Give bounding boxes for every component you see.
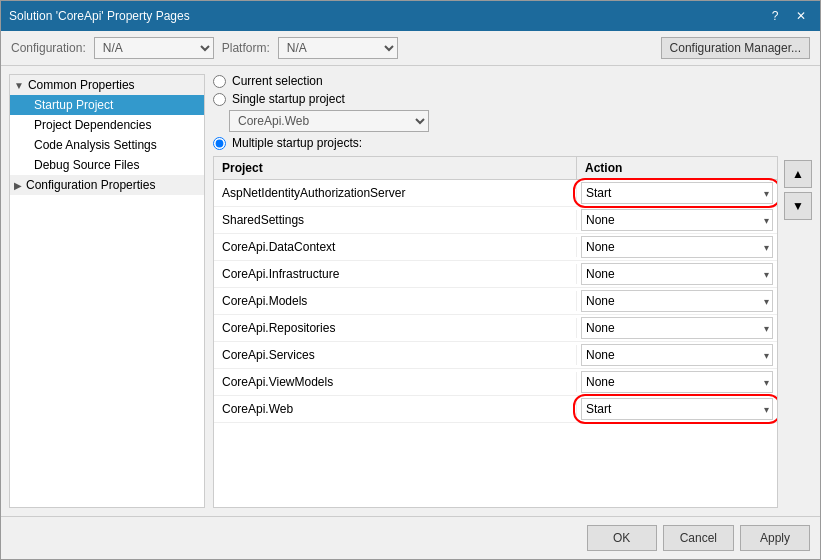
title-bar: Solution 'CoreApi' Property Pages ? ✕ bbox=[1, 1, 820, 31]
action-select[interactable]: None Start Start without debugging bbox=[581, 263, 773, 285]
multiple-startup-radio[interactable] bbox=[213, 137, 226, 150]
action-select[interactable]: None Start Start without debugging bbox=[581, 344, 773, 366]
action-cell: None Start Start without debugging bbox=[577, 369, 777, 395]
main-content: ▼ Common Properties Startup Project Proj… bbox=[1, 66, 820, 516]
dialog-title: Solution 'CoreApi' Property Pages bbox=[9, 9, 190, 23]
single-project-dropdown-row: CoreApi.Web bbox=[229, 110, 812, 132]
right-panel: Current selection Single startup project… bbox=[213, 74, 812, 508]
table-row: CoreApi.Infrastructure None Start Start … bbox=[214, 261, 777, 288]
action-select-wrapper: None Start Start without debugging bbox=[581, 263, 773, 285]
tree-config-properties[interactable]: ▶ Configuration Properties bbox=[10, 175, 204, 195]
help-button[interactable]: ? bbox=[764, 7, 786, 25]
table-row: AspNetIdentityAuthorizationServer Start … bbox=[214, 180, 777, 207]
table-row: SharedSettings None Start Start without … bbox=[214, 207, 777, 234]
platform-label: Platform: bbox=[222, 41, 270, 55]
current-selection-radio[interactable] bbox=[213, 75, 226, 88]
action-cell: None Start Start without debugging bbox=[577, 207, 777, 233]
action-select[interactable]: Start None Start without debugging bbox=[581, 398, 773, 420]
current-selection-label[interactable]: Current selection bbox=[232, 74, 323, 88]
table-header: Project Action bbox=[214, 157, 777, 180]
multiple-startup-label[interactable]: Multiple startup projects: bbox=[232, 136, 362, 150]
action-cell: Start None Start without debugging bbox=[577, 396, 777, 422]
project-name: CoreApi.Models bbox=[214, 291, 577, 311]
single-project-select[interactable]: CoreApi.Web bbox=[229, 110, 429, 132]
project-name: CoreApi.DataContext bbox=[214, 237, 577, 257]
table-row: CoreApi.Models None Start Start without … bbox=[214, 288, 777, 315]
action-select[interactable]: None Start Start without debugging bbox=[581, 371, 773, 393]
action-cell: None Start Start without debugging bbox=[577, 234, 777, 260]
project-name: CoreApi.Infrastructure bbox=[214, 264, 577, 284]
action-select[interactable]: None Start Start without debugging bbox=[581, 290, 773, 312]
action-select[interactable]: None Start Start without debugging bbox=[581, 317, 773, 339]
tree-item-project-dependencies[interactable]: Project Dependencies bbox=[10, 115, 204, 135]
project-name: CoreApi.ViewModels bbox=[214, 372, 577, 392]
table-row: CoreApi.Services None Start Start withou… bbox=[214, 342, 777, 369]
tree-item-debug-source[interactable]: Debug Source Files bbox=[10, 155, 204, 175]
tree-panel: ▼ Common Properties Startup Project Proj… bbox=[9, 74, 205, 508]
current-selection-row: Current selection bbox=[213, 74, 812, 88]
action-select-wrapper: Start None Start without debugging bbox=[581, 398, 773, 420]
action-cell: None Start Start without debugging bbox=[577, 315, 777, 341]
action-select[interactable]: Start None Start without debugging bbox=[581, 182, 773, 204]
single-startup-label[interactable]: Single startup project bbox=[232, 92, 345, 106]
action-select-wrapper: None Start Start without debugging bbox=[581, 290, 773, 312]
move-down-button[interactable]: ▼ bbox=[784, 192, 812, 220]
project-name: SharedSettings bbox=[214, 210, 577, 230]
table-container: Project Action AspNetIdentityAuthorizati… bbox=[213, 156, 812, 508]
action-select-wrapper: None Start Start without debugging bbox=[581, 371, 773, 393]
single-startup-radio[interactable] bbox=[213, 93, 226, 106]
project-name: CoreApi.Web bbox=[214, 399, 577, 419]
multiple-startup-row: Multiple startup projects: bbox=[213, 136, 812, 150]
action-select-wrapper: None Start Start without debugging bbox=[581, 344, 773, 366]
col-header-action: Action bbox=[577, 157, 777, 179]
action-select-wrapper: None Start Start without debugging bbox=[581, 209, 773, 231]
table-row: CoreApi.Repositories None Start Start wi… bbox=[214, 315, 777, 342]
projects-table: Project Action AspNetIdentityAuthorizati… bbox=[213, 156, 778, 508]
bottom-bar: OK Cancel Apply bbox=[1, 516, 820, 559]
action-select-wrapper: None Start Start without debugging bbox=[581, 317, 773, 339]
action-cell: None Start Start without debugging bbox=[577, 261, 777, 287]
action-select[interactable]: None Start Start without debugging bbox=[581, 209, 773, 231]
property-pages-dialog: Solution 'CoreApi' Property Pages ? ✕ Co… bbox=[0, 0, 821, 560]
action-cell: Start None Start without debugging bbox=[577, 180, 777, 206]
tree-common-properties[interactable]: ▼ Common Properties bbox=[10, 75, 204, 95]
single-startup-row: Single startup project bbox=[213, 92, 812, 106]
project-name: CoreApi.Services bbox=[214, 345, 577, 365]
tree-item-code-analysis[interactable]: Code Analysis Settings bbox=[10, 135, 204, 155]
close-button[interactable]: ✕ bbox=[790, 7, 812, 25]
common-properties-label: Common Properties bbox=[28, 78, 135, 92]
title-bar-buttons: ? ✕ bbox=[764, 7, 812, 25]
tree-arrow-right: ▶ bbox=[14, 180, 22, 191]
config-bar: Configuration: N/A Platform: N/A Configu… bbox=[1, 31, 820, 66]
ok-button[interactable]: OK bbox=[587, 525, 657, 551]
startup-mode-group: Current selection Single startup project… bbox=[213, 74, 812, 150]
tree-item-startup-project[interactable]: Startup Project bbox=[10, 95, 204, 115]
col-header-project: Project bbox=[214, 157, 577, 179]
table-row: CoreApi.Web Start None Start without deb… bbox=[214, 396, 777, 423]
tree-arrow-down: ▼ bbox=[14, 80, 24, 91]
apply-button[interactable]: Apply bbox=[740, 525, 810, 551]
cancel-button[interactable]: Cancel bbox=[663, 525, 734, 551]
action-cell: None Start Start without debugging bbox=[577, 342, 777, 368]
config-properties-label: Configuration Properties bbox=[26, 178, 155, 192]
arrow-buttons: ▲ ▼ bbox=[784, 156, 812, 508]
action-select-wrapper: None Start Start without debugging bbox=[581, 236, 773, 258]
action-select-wrapper: Start None Start without debugging bbox=[581, 182, 773, 204]
platform-select[interactable]: N/A bbox=[278, 37, 398, 59]
table-row: CoreApi.ViewModels None Start Start with… bbox=[214, 369, 777, 396]
project-name: AspNetIdentityAuthorizationServer bbox=[214, 183, 577, 203]
move-up-button[interactable]: ▲ bbox=[784, 160, 812, 188]
table-row: CoreApi.DataContext None Start Start wit… bbox=[214, 234, 777, 261]
action-select[interactable]: None Start Start without debugging bbox=[581, 236, 773, 258]
action-cell: None Start Start without debugging bbox=[577, 288, 777, 314]
project-name: CoreApi.Repositories bbox=[214, 318, 577, 338]
configuration-select[interactable]: N/A bbox=[94, 37, 214, 59]
configuration-manager-button[interactable]: Configuration Manager... bbox=[661, 37, 810, 59]
config-label: Configuration: bbox=[11, 41, 86, 55]
